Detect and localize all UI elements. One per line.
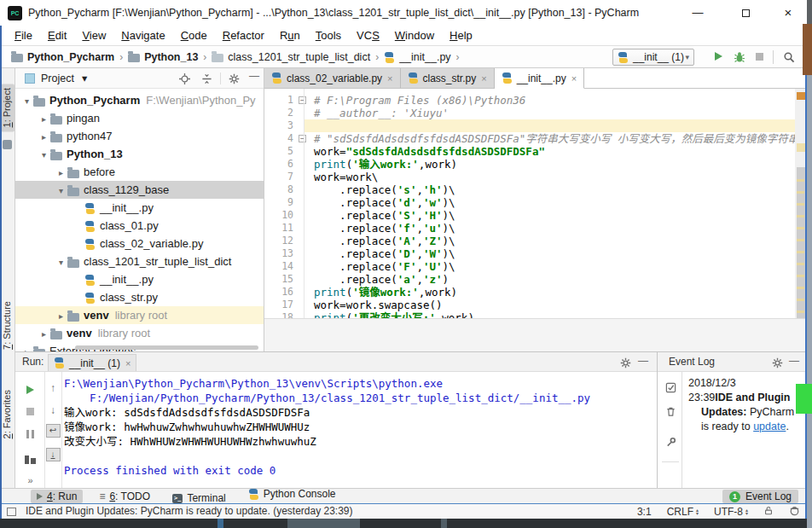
- chevron-right-icon[interactable]: ▸: [55, 307, 67, 325]
- locate-file-button[interactable]: [179, 73, 190, 88]
- run-config-select[interactable]: __init__ (1)▾: [612, 49, 694, 66]
- breadcrumb-item-python-13[interactable]: Python_13: [128, 51, 198, 63]
- event-log-tab[interactable]: 1 Event Log: [722, 490, 798, 503]
- menu-item-run[interactable]: Run: [272, 26, 308, 45]
- tree-item-class-1129-base[interactable]: ▾class_1129_base: [15, 181, 264, 199]
- search-everywhere-button[interactable]: [783, 51, 795, 67]
- menu-item-view[interactable]: View: [74, 26, 113, 45]
- hide-panel-button[interactable]: —: [638, 355, 648, 367]
- chevron-down-icon[interactable]: ▾: [55, 182, 67, 200]
- breadcrumb-item-python-pycharm[interactable]: Python_Pycharm: [11, 51, 114, 63]
- menu-item-code[interactable]: Code: [173, 26, 215, 45]
- wrench-button[interactable]: [664, 434, 677, 450]
- bottom-tab-python-console[interactable]: Python Console: [242, 487, 342, 501]
- horizontal-scrollbar[interactable]: [75, 345, 258, 350]
- next-button[interactable]: ↓: [45, 402, 61, 417]
- run-tab[interactable]: __init__ (1) ×: [48, 354, 136, 371]
- close-icon[interactable]: ×: [481, 73, 486, 84]
- tree-item-init-py[interactable]: __init__.py: [15, 270, 264, 288]
- collapse-all-button[interactable]: [201, 73, 212, 88]
- code-token: .replace(: [314, 273, 397, 286]
- editor-tab-init-py[interactable]: __init__.py×: [495, 68, 584, 89]
- toolwindow-toggle-icon[interactable]: [7, 508, 16, 516]
- tree-item-python-pycharm[interactable]: ▾Python_PycharmF:\Wenjian\Python_Py: [15, 91, 264, 109]
- editor-tab-class-str-py[interactable]: class_str.py×: [401, 68, 495, 89]
- hide-panel-button[interactable]: —: [249, 70, 259, 82]
- code-token: ,: [416, 183, 423, 196]
- hector-inspections-icon[interactable]: [789, 505, 800, 519]
- chevron-right-icon[interactable]: ▸: [38, 128, 50, 146]
- scroll-to-end-button[interactable]: ↓: [45, 446, 61, 461]
- menu-item-tools[interactable]: Tools: [308, 26, 349, 45]
- tree-item-class-02-variable-py[interactable]: class_02_variable.py: [15, 235, 264, 252]
- stripe-button-2-favorites[interactable]: 2: Favorites: [1, 386, 14, 443]
- close-button[interactable]: ×: [769, 0, 807, 26]
- fold-marker-icon[interactable]: −: [299, 96, 306, 104]
- minimize-button[interactable]: —: [679, 0, 716, 26]
- editor-bottom-scroll-area[interactable]: [264, 318, 807, 351]
- tree-item-python47[interactable]: ▸python47: [15, 127, 264, 145]
- stripe-button-1-project[interactable]: 1: Project: [1, 84, 14, 131]
- prev-button[interactable]: ↑: [45, 380, 61, 395]
- menu-item-help[interactable]: Help: [442, 26, 480, 45]
- rerun-button[interactable]: [22, 381, 38, 397]
- stripe-button-7-structure[interactable]: 7: Structure: [1, 297, 14, 354]
- gear-icon[interactable]: [229, 73, 240, 88]
- tree-item-venv[interactable]: ▸venvlibrary root: [15, 306, 264, 324]
- tree-item-init-py[interactable]: __init__.py: [15, 199, 264, 217]
- chevron-right-icon[interactable]: ▸: [20, 343, 33, 351]
- console-output[interactable]: F:\Wenjian\Python_Pycharm\Python_13\venv…: [64, 372, 657, 488]
- gear-icon[interactable]: [620, 357, 631, 372]
- project-panel-title[interactable]: Project: [41, 68, 74, 89]
- soft-wrap-button[interactable]: ↩: [45, 422, 61, 438]
- close-icon[interactable]: ×: [387, 73, 392, 84]
- update-link[interactable]: update: [753, 421, 786, 432]
- maximize-button[interactable]: [727, 0, 764, 26]
- tree-item-pingan[interactable]: ▸pingan: [15, 109, 264, 127]
- gear-icon[interactable]: [772, 357, 783, 372]
- menu-item-navigate[interactable]: Navigate: [113, 26, 172, 45]
- debug-button[interactable]: [734, 51, 745, 67]
- tree-item-class-01-py[interactable]: class_01.py: [15, 217, 264, 235]
- bottom-tab-4-run[interactable]: 4: Run: [31, 490, 83, 503]
- more-button[interactable]: »: [22, 472, 38, 487]
- breadcrumb-item-init-py[interactable]: __init__.py: [384, 51, 450, 63]
- close-icon[interactable]: ×: [125, 358, 130, 368]
- caret-position[interactable]: 3:1: [637, 506, 652, 518]
- tree-item-python-13[interactable]: ▾Python_13: [15, 145, 264, 163]
- chevron-right-icon[interactable]: ▸: [38, 110, 50, 128]
- tree-item-class-1201-str-tuple-list-dict[interactable]: ▾class_1201_str_tuple_list_dict: [15, 252, 264, 270]
- chevron-right-icon[interactable]: ▸: [55, 164, 67, 182]
- bottom-tab-6-todo[interactable]: ≡6: TODO: [93, 490, 156, 503]
- close-icon[interactable]: ×: [571, 73, 577, 84]
- stop-button[interactable]: [22, 403, 38, 419]
- pause-button[interactable]: [22, 426, 38, 442]
- run-button[interactable]: [715, 52, 722, 61]
- line-separator-select[interactable]: CRLF▴▾: [667, 506, 699, 518]
- fold-marker-icon[interactable]: −: [299, 135, 306, 142]
- clear-all-button[interactable]: [664, 403, 677, 419]
- menu-item-file[interactable]: File: [7, 26, 40, 45]
- menu-item-window[interactable]: Window: [387, 26, 442, 45]
- code-area[interactable]: 1−# F:\Program Files (x86)\Python362# __…: [264, 89, 795, 318]
- menu-item-edit[interactable]: Edit: [40, 26, 74, 45]
- tree-item-class-str-py[interactable]: class_str.py: [15, 288, 264, 306]
- restore-layout-button[interactable]: [22, 451, 38, 467]
- hide-panel-button[interactable]: —: [789, 355, 799, 367]
- encoding-select[interactable]: UTF-8▴▾: [714, 506, 748, 518]
- tree-item-before[interactable]: ▸before: [15, 163, 264, 181]
- chevron-right-icon[interactable]: ▸: [38, 325, 50, 343]
- chevron-down-icon[interactable]: ▾: [55, 253, 67, 271]
- lock-icon[interactable]: [763, 505, 774, 519]
- breadcrumb-item-class-1201-str-tuple-list-dict[interactable]: class_1201_str_tuple_list_dict: [212, 51, 370, 63]
- stop-button[interactable]: [756, 53, 763, 61]
- chevron-down-icon[interactable]: ▾: [38, 146, 50, 164]
- menu-item-refactor[interactable]: Refactor: [215, 26, 272, 45]
- menu-item-vcs[interactable]: VCS: [349, 26, 387, 45]
- tree-item-venv[interactable]: ▸venvlibrary root: [15, 324, 264, 342]
- chevron-down-icon[interactable]: ▾: [20, 92, 33, 110]
- chevron-down-icon[interactable]: ▾: [82, 68, 87, 89]
- editor-tab-class-02-variable-py[interactable]: class_02_variable.py×: [264, 68, 401, 89]
- mark-read-button[interactable]: [664, 380, 677, 395]
- status-message[interactable]: IDE and Plugin Updates: PyCharm is ready…: [26, 504, 353, 519]
